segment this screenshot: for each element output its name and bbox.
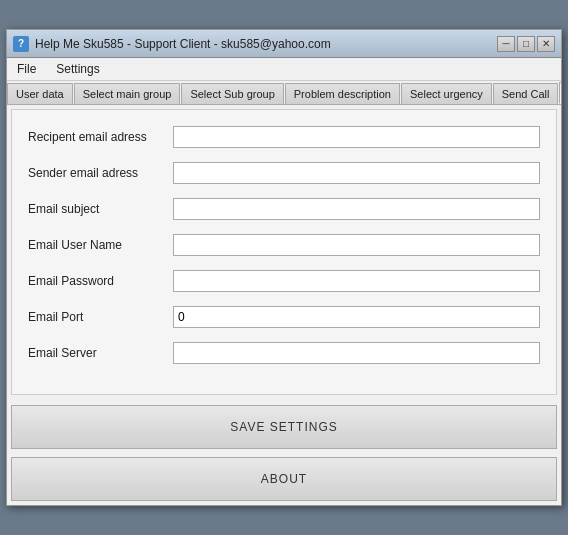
tab-user-data[interactable]: User data bbox=[7, 83, 73, 104]
tab-send-call[interactable]: Send Call bbox=[493, 83, 559, 104]
label-email-password: Email Password bbox=[28, 274, 173, 288]
label-email-port: Email Port bbox=[28, 310, 173, 324]
form-row-password: Email Password bbox=[28, 270, 540, 292]
tab-bar: User data Select main group Select Sub g… bbox=[7, 81, 561, 105]
tab-settings[interactable]: Settings bbox=[559, 82, 561, 104]
form-row-username: Email User Name bbox=[28, 234, 540, 256]
maximize-button[interactable]: □ bbox=[517, 36, 535, 52]
form-row-subject: Email subject bbox=[28, 198, 540, 220]
app-icon: ? bbox=[13, 36, 29, 52]
menu-bar: File Settings bbox=[7, 58, 561, 81]
close-button[interactable]: ✕ bbox=[537, 36, 555, 52]
form-row-server: Email Server bbox=[28, 342, 540, 364]
label-email-server: Email Server bbox=[28, 346, 173, 360]
input-email-port[interactable] bbox=[173, 306, 540, 328]
about-button[interactable]: ABOUT bbox=[11, 457, 557, 501]
button-area: SAVE SETTINGS ABOUT bbox=[11, 405, 557, 501]
menu-file[interactable]: File bbox=[13, 60, 40, 78]
save-settings-button[interactable]: SAVE SETTINGS bbox=[11, 405, 557, 449]
title-bar-controls: ─ □ ✕ bbox=[497, 36, 555, 52]
title-bar-left: ? Help Me Sku585 - Support Client - sku5… bbox=[13, 36, 331, 52]
menu-settings[interactable]: Settings bbox=[52, 60, 103, 78]
tab-select-urgency[interactable]: Select urgency bbox=[401, 83, 492, 104]
input-email-server[interactable] bbox=[173, 342, 540, 364]
form-row-sender: Sender email adress bbox=[28, 162, 540, 184]
label-email-username: Email User Name bbox=[28, 238, 173, 252]
main-window: ? Help Me Sku585 - Support Client - sku5… bbox=[6, 29, 562, 506]
label-recipient-email: Recipent email adress bbox=[28, 130, 173, 144]
input-recipient-email[interactable] bbox=[173, 126, 540, 148]
window-title: Help Me Sku585 - Support Client - sku585… bbox=[35, 37, 331, 51]
form-row-recipient: Recipent email adress bbox=[28, 126, 540, 148]
tab-select-main-group[interactable]: Select main group bbox=[74, 83, 181, 104]
title-bar: ? Help Me Sku585 - Support Client - sku5… bbox=[7, 30, 561, 58]
input-sender-email[interactable] bbox=[173, 162, 540, 184]
minimize-button[interactable]: ─ bbox=[497, 36, 515, 52]
input-email-username[interactable] bbox=[173, 234, 540, 256]
tab-select-sub-group[interactable]: Select Sub group bbox=[181, 83, 283, 104]
label-sender-email: Sender email adress bbox=[28, 166, 173, 180]
form-row-port: Email Port bbox=[28, 306, 540, 328]
tab-problem-description[interactable]: Problem description bbox=[285, 83, 400, 104]
input-email-password[interactable] bbox=[173, 270, 540, 292]
settings-panel: Recipent email adress Sender email adres… bbox=[11, 109, 557, 395]
input-email-subject[interactable] bbox=[173, 198, 540, 220]
label-email-subject: Email subject bbox=[28, 202, 173, 216]
